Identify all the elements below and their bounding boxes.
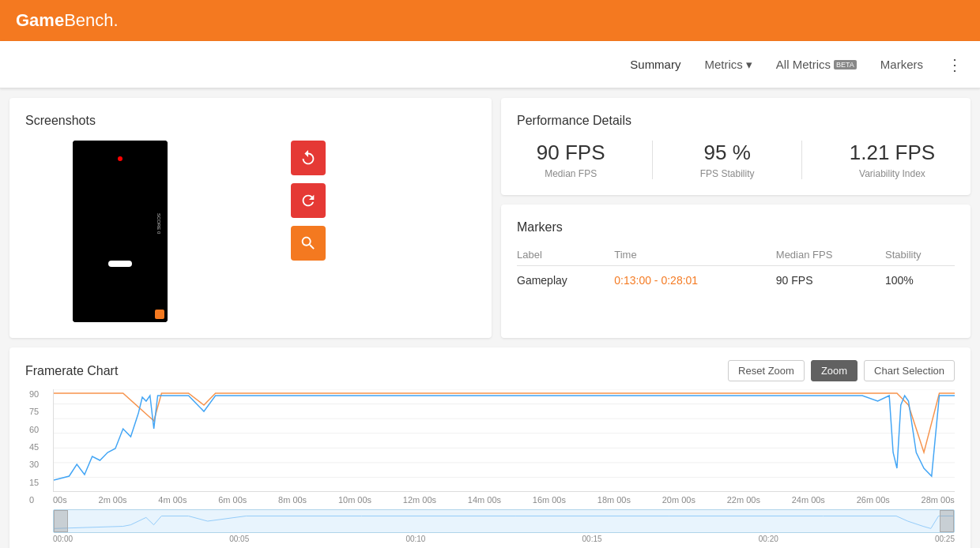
row-median-fps: 90 FPS	[776, 266, 885, 295]
gamebench-watermark	[155, 310, 164, 319]
row-label: Gameplay	[517, 266, 614, 295]
col-time: Time	[614, 244, 776, 266]
zoom-button[interactable]: Zoom	[811, 360, 858, 381]
chevron-down-icon: ▾	[746, 58, 752, 72]
screenshots-title: Screenshots	[25, 114, 476, 128]
col-median-fps: Median FPS	[776, 244, 885, 266]
game-text: SCORE 0	[156, 213, 161, 234]
chart-section: Framerate Chart Reset Zoom Zoom Chart Se…	[9, 347, 971, 548]
time-range-link[interactable]: 0:13:00 - 0:28:01	[614, 274, 698, 287]
chart-container: 90 75 60 45 30 15 0	[53, 389, 955, 505]
reload-icon	[300, 192, 317, 209]
fps-stability-value: 95 %	[700, 141, 755, 165]
minimap-labels: 00:00 00:05 00:10 00:15 00:20 00:25	[53, 535, 955, 543]
markers-panel: Markers Label Time Median FPS Stability …	[501, 205, 971, 338]
table-row: Gameplay 0:13:00 - 0:28:01 90 FPS 100%	[517, 266, 955, 295]
row-stability: 100%	[885, 266, 955, 295]
median-fps-value: 90 FPS	[537, 141, 605, 165]
logo-light: Bench.	[64, 10, 119, 30]
performance-title: Performance Details	[517, 114, 955, 128]
screenshot-controls	[291, 141, 326, 261]
chart-title: Framerate Chart	[25, 364, 118, 378]
fps-stability-label: FPS Stability	[700, 168, 755, 179]
fps-stability-metric: 95 % FPS Stability	[700, 141, 755, 179]
variability-value: 1.21 FPS	[850, 141, 935, 165]
nav-markers[interactable]: Markers	[880, 58, 923, 71]
minimap-handle-left[interactable]	[54, 510, 68, 532]
main-content: Screenshots SCORE 0	[0, 88, 980, 347]
minimap-handle-right[interactable]	[940, 510, 954, 532]
median-fps-metric: 90 FPS Median FPS	[537, 141, 605, 179]
minimap[interactable]	[53, 509, 955, 533]
performance-panel: Performance Details 90 FPS Median FPS 95…	[501, 98, 971, 195]
phone-screen: SCORE 0	[73, 141, 168, 322]
header: GameBench.	[0, 0, 980, 41]
nav-all-metrics[interactable]: All Metrics BETA	[776, 58, 857, 71]
variability-label: Variability Index	[850, 168, 935, 179]
search-button[interactable]	[291, 226, 326, 261]
reset-icon	[300, 149, 317, 167]
divider-2	[801, 141, 802, 179]
nav-metrics[interactable]: Metrics ▾	[704, 58, 752, 72]
variability-metric: 1.21 FPS Variability Index	[850, 141, 935, 179]
logo-bold: Game	[16, 10, 64, 30]
divider-1	[652, 141, 653, 179]
x-axis-labels: 00s 2m 00s 4m 00s 6m 00s 8m 00s 10m 00s …	[53, 495, 955, 505]
performance-metrics: 90 FPS Median FPS 95 % FPS Stability 1.2…	[517, 141, 955, 179]
nav-bar: Summary Metrics ▾ All Metrics BETA Marke…	[0, 41, 980, 88]
right-panel: Performance Details 90 FPS Median FPS 95…	[501, 98, 971, 338]
game-dot	[118, 156, 122, 161]
reset-zoom-button[interactable]: Reset Zoom	[728, 360, 805, 381]
screenshots-panel: Screenshots SCORE 0	[9, 98, 492, 338]
beta-badge: BETA	[834, 60, 857, 69]
minimap-svg	[54, 510, 954, 532]
median-fps-label: Median FPS	[537, 168, 605, 179]
y-axis-labels: 90 75 60 45 30 15 0	[29, 389, 39, 505]
more-menu-button[interactable]: ⋮	[947, 55, 964, 74]
chart-header: Framerate Chart Reset Zoom Zoom Chart Se…	[25, 360, 955, 381]
chart-wrapper: 90 75 60 45 30 15 0	[53, 389, 955, 543]
framerate-chart-svg	[54, 389, 955, 492]
row-time[interactable]: 0:13:00 - 0:28:01	[614, 266, 776, 295]
markers-title: Markers	[517, 220, 955, 235]
logo: GameBench.	[16, 10, 119, 31]
col-stability: Stability	[885, 244, 955, 266]
reload-button[interactable]	[291, 183, 326, 218]
markers-table: Label Time Median FPS Stability Gameplay…	[517, 244, 955, 295]
reset-button[interactable]	[291, 141, 326, 175]
chart-selection-button[interactable]: Chart Selection	[864, 360, 955, 381]
screenshots-content: SCORE 0	[25, 141, 476, 322]
nav-summary[interactable]: Summary	[630, 58, 680, 71]
phone-screenshot: SCORE 0	[73, 141, 168, 322]
game-paddle	[108, 261, 132, 267]
chart-controls: Reset Zoom Zoom Chart Selection	[728, 360, 955, 381]
col-label: Label	[517, 244, 614, 266]
chart-area	[53, 389, 955, 492]
search-icon	[300, 235, 317, 252]
